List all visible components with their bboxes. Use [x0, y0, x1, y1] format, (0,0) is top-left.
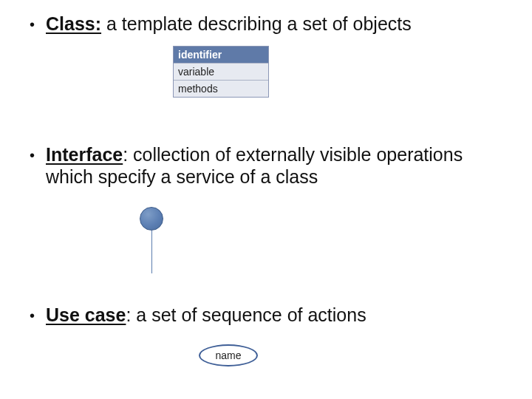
- lollipop-stem: [151, 231, 152, 273]
- usecase-label: name: [215, 349, 241, 361]
- term-class: Class:: [46, 13, 101, 34]
- bullet-dot: •: [30, 304, 35, 327]
- uml-row-methods: methods: [174, 80, 268, 97]
- bullet-usecase: • Use case: a set of sequence of actions: [30, 304, 510, 327]
- slide: • Class: a template describing a set of …: [0, 0, 532, 399]
- term-usecase: Use case: [46, 304, 126, 325]
- interface-lollipop: [137, 207, 166, 277]
- uml-class-box: identifier variable methods: [173, 46, 269, 98]
- bullet-class: • Class: a template describing a set of …: [30, 13, 510, 35]
- bullet-dot: •: [30, 13, 35, 35]
- bullet-text: Use case: a set of sequence of actions: [46, 304, 510, 327]
- desc-usecase: : a set of sequence of actions: [126, 304, 366, 325]
- uml-head: identifier: [174, 47, 268, 63]
- circle-icon: [140, 207, 163, 231]
- desc-class: a template describing a set of objects: [101, 13, 412, 34]
- bullet-text: Class: a template describing a set of ob…: [46, 13, 510, 35]
- bullet-text: Interface: collection of externally visi…: [46, 144, 510, 188]
- uml-row-variable: variable: [174, 63, 268, 80]
- usecase-ellipse: name: [199, 344, 258, 366]
- bullet-dot: •: [30, 144, 35, 166]
- bullet-interface: • Interface: collection of externally vi…: [30, 144, 510, 188]
- term-interface: Interface: [46, 144, 123, 165]
